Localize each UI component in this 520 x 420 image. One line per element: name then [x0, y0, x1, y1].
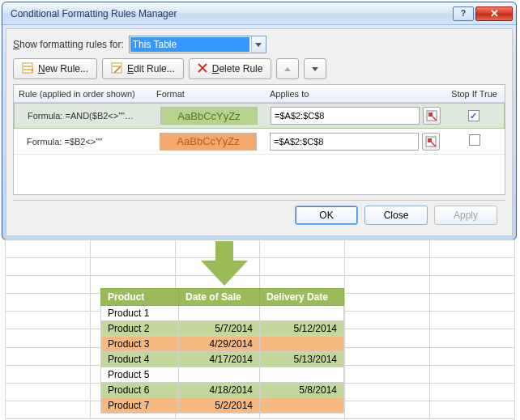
col-header-rule: Rule (applied in order shown): [14, 89, 151, 99]
new-rule-icon: ✶: [22, 62, 33, 76]
close-button[interactable]: Close: [364, 206, 428, 225]
dialog-title: Conditional Formatting Rules Manager: [11, 8, 453, 19]
dialog-footer: OK Close Apply: [13, 200, 505, 229]
svg-rect-9: [428, 138, 432, 142]
apply-button[interactable]: Apply: [434, 206, 497, 225]
table-header-row: Product Date of Sale Delivery Date: [101, 289, 344, 306]
table-row: Product 5: [101, 367, 344, 383]
delete-icon: [198, 63, 207, 75]
header-date-sale: Date of Sale: [179, 289, 260, 306]
applies-to-input[interactable]: [271, 107, 420, 125]
format-preview: AaBbCcYyZz: [160, 107, 258, 125]
table-row: Product 75/2/2014: [101, 398, 344, 414]
svg-text:✶: ✶: [30, 66, 33, 74]
stop-if-true-checkbox[interactable]: [469, 134, 480, 146]
rules-manager-dialog: Conditional Formatting Rules Manager ? ✕…: [2, 2, 517, 240]
table-row: Product 44/17/20145/13/2014: [101, 352, 344, 367]
new-rule-label: ew Rule...: [45, 63, 88, 74]
edit-rule-label: dit Rule...: [134, 63, 175, 74]
header-delivery: Delivery Date: [260, 289, 344, 306]
show-rules-label: Show formatting rules for:: [13, 39, 124, 50]
table-row: Product 25/7/20145/12/2014: [101, 321, 344, 337]
range-picker-icon[interactable]: [422, 133, 440, 151]
col-header-stop: Stop If True: [444, 89, 505, 99]
scope-combobox-value: This Table: [133, 39, 177, 50]
header-product: Product: [101, 289, 179, 306]
help-button[interactable]: ?: [453, 6, 474, 21]
edit-rule-button[interactable]: Edit Rule...: [102, 58, 184, 79]
rules-grid-header: Rule (applied in order shown) Format App…: [14, 85, 505, 103]
rules-grid: Rule (applied in order shown) Format App…: [13, 84, 505, 195]
new-rule-button[interactable]: ✶ New Rule...: [13, 58, 97, 79]
delete-rule-label: elete Rule: [219, 63, 262, 74]
scope-combobox[interactable]: This Table: [129, 36, 266, 53]
move-down-button[interactable]: [304, 58, 326, 79]
rule-formula: Formula: =$B2<>"": [14, 137, 151, 146]
rules-toolbar: ✶ New Rule... Edit Rule... Delete Rule: [13, 58, 505, 79]
applies-to-input[interactable]: [270, 133, 419, 151]
down-arrow-icon: [201, 241, 248, 286]
col-header-applies: Applies to: [265, 89, 444, 99]
svg-rect-7: [428, 112, 433, 117]
delete-rule-button[interactable]: Delete Rule: [189, 58, 272, 79]
result-table: Product Date of Sale Delivery Date Produ…: [100, 288, 344, 414]
table-row: Product 1: [101, 306, 344, 321]
chevron-down-icon: [251, 36, 266, 53]
range-picker-icon[interactable]: [423, 107, 441, 125]
edit-rule-icon: [111, 62, 122, 76]
rule-row[interactable]: Formula: =AND($B2<>""… AaBbCcYyZz: [14, 103, 505, 129]
move-up-button[interactable]: [276, 58, 299, 79]
ok-button[interactable]: OK: [295, 206, 358, 225]
stop-if-true-checkbox[interactable]: [468, 110, 480, 121]
col-header-format: Format: [151, 89, 265, 99]
close-window-button[interactable]: ✕: [475, 6, 513, 21]
svg-rect-4: [112, 63, 121, 73]
table-row: Product 34/29/2014: [101, 337, 344, 352]
table-row: Product 64/18/20145/8/2014: [101, 383, 344, 398]
rule-row[interactable]: Formula: =$B2<>"" AaBbCcYyZz: [14, 129, 505, 155]
format-preview: AaBbCcYyZz: [160, 133, 257, 151]
titlebar: Conditional Formatting Rules Manager ? ✕: [2, 2, 516, 25]
rule-formula: Formula: =AND($B2<>""…: [15, 111, 152, 121]
